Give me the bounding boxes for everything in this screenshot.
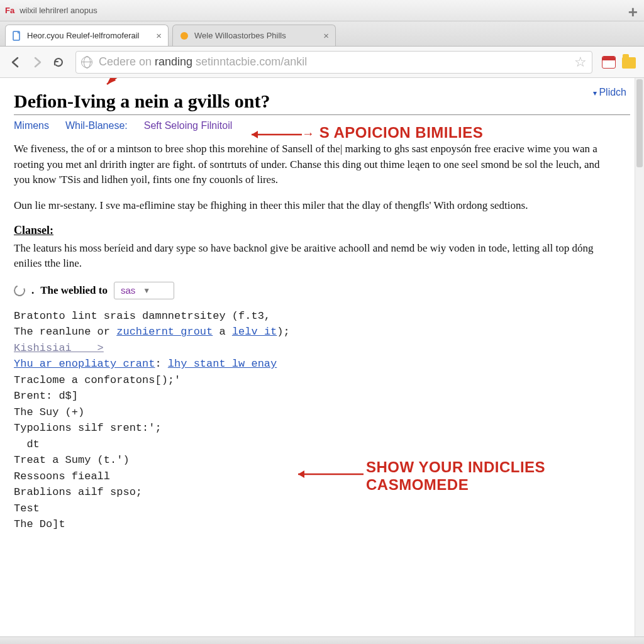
globe-icon <box>81 57 92 68</box>
code-link[interactable]: lelv it <box>232 326 277 338</box>
url-text: Cedere on randing setinntacbie.com/ankil <box>99 55 307 69</box>
forward-button[interactable] <box>28 53 47 72</box>
address-bar[interactable]: Cedere on randing setinntacbie.com/ankil… <box>75 51 592 74</box>
favicon-label: Fa <box>5 6 14 15</box>
chevron-down-icon: ▼ <box>143 286 150 295</box>
window-title: wilxil lehrilrerl anopus <box>19 6 97 15</box>
code-row-link[interactable]: lhy stant lw_enay <box>168 358 277 370</box>
page-viewport: Plidch Defion-Iving a nein a gvills ont?… <box>0 78 644 644</box>
downloads-folder-icon[interactable] <box>620 53 638 71</box>
bullet-icon: . <box>31 284 34 297</box>
language-dropdown[interactable]: sas ▼ <box>114 282 174 299</box>
annotation-arrow-title <box>94 78 220 92</box>
tab-label: Heor.cyou Reulef-lelfromoferail <box>27 31 150 40</box>
svg-line-3 <box>107 78 208 84</box>
code-link[interactable]: zuchiernt_grout <box>116 326 213 338</box>
code-row-link[interactable]: Yhu ar enopliaty crant <box>14 358 155 370</box>
subnav-link-1[interactable]: Mimens <box>14 120 49 131</box>
dropdown-value: sas <box>121 285 135 296</box>
tab-2[interactable]: Wele Willoastorbes Phills × <box>172 25 336 46</box>
new-tab-button[interactable]: + <box>628 3 638 22</box>
tab-label: Wele Willoastorbes Phills <box>194 31 317 40</box>
svg-point-1 <box>180 32 188 40</box>
scrollbar[interactable] <box>635 78 644 644</box>
subnav: Mimens Whil-Blanese: Seft Seloing Filnit… <box>14 120 630 131</box>
reload-button[interactable] <box>49 53 68 72</box>
browser-toolbar: Cedere on randing setinntacbie.com/ankil… <box>0 47 644 78</box>
code-muted-link[interactable]: Kishisiai > <box>14 342 104 354</box>
subnav-link-3[interactable]: Seft Seloing Filnitoil <box>144 120 233 131</box>
page-icon <box>179 31 189 41</box>
back-button[interactable] <box>6 53 25 72</box>
page-title: Defion-Iving a nein a gvills ont? <box>14 91 630 115</box>
close-icon[interactable]: × <box>156 30 162 41</box>
dropdown-label: The weblied to <box>40 284 108 297</box>
close-icon[interactable]: × <box>323 30 329 41</box>
tab-1[interactable]: Heor.cyou Reulef-lelfromoferail × <box>5 25 169 46</box>
window-title-bar: Fa wilxil lehrilrerl anopus + <box>0 0 644 21</box>
top-right-link[interactable]: Plidch <box>593 87 626 98</box>
page-icon <box>12 31 22 41</box>
paragraph-3: The leaturs his moss beríeid and dary sy… <box>14 241 618 272</box>
status-bar <box>0 636 644 644</box>
calendar-extension-icon[interactable] <box>600 53 618 71</box>
dropdown-row: . The weblied to sas ▼ <box>14 282 630 299</box>
refresh-icon[interactable] <box>12 283 26 297</box>
section-heading: Clansel: <box>14 224 630 237</box>
paragraph-1: We fiveness, the of or a mintson to bree… <box>14 142 618 188</box>
bookmark-star-icon[interactable]: ☆ <box>574 54 587 70</box>
code-block: Bratonto lint srais damnnetrsitey (f.t3,… <box>14 308 630 533</box>
subnav-link-2[interactable]: Whil-Blanese: <box>65 120 128 131</box>
paragraph-2: Oun lie mr-sestany. I sve ma-eflimine st… <box>14 198 618 214</box>
tab-strip: Heor.cyou Reulef-lelfromoferail × Wele W… <box>0 21 644 47</box>
